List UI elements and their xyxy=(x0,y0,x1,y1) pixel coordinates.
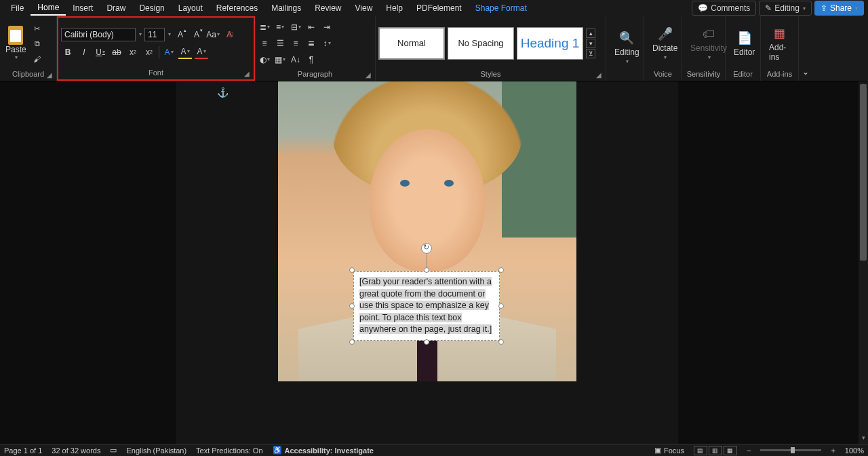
menu-layout[interactable]: Layout xyxy=(172,1,210,15)
highlight-button[interactable]: A▾ xyxy=(178,45,192,59)
menu-pdfelement[interactable]: PDFelement xyxy=(410,1,469,15)
ribbon: Paste▾ ✂ ⧉ 🖌 Clipboard ◢ ▾ ▾ A▴ A▾ Aa▾ xyxy=(0,16,868,81)
font-name-input[interactable] xyxy=(61,28,136,41)
font-launcher[interactable]: ◢ xyxy=(244,70,252,78)
style-no-spacing[interactable]: No Spacing xyxy=(448,27,514,60)
change-case-button[interactable]: Aa▾ xyxy=(206,28,220,41)
resize-handle-l[interactable] xyxy=(349,303,355,309)
menu-review[interactable]: Review xyxy=(308,1,348,15)
text-effects-button[interactable]: A▾ xyxy=(162,45,176,59)
resize-handle-tr[interactable] xyxy=(498,267,504,273)
borders-button[interactable]: ▦▾ xyxy=(273,53,287,66)
shrink-font-button[interactable]: A▾ xyxy=(190,28,203,41)
text-box-content[interactable]: [Grab your reader's attention with a gre… xyxy=(359,277,492,334)
page-indicator[interactable]: Page 1 of 1 xyxy=(4,446,42,455)
resize-handle-bl[interactable] xyxy=(349,339,355,345)
sensitivity-group: 🏷Sensitivity▾ Sensitivity xyxy=(682,16,726,81)
addins-button[interactable]: ▦Add-ins xyxy=(764,22,795,64)
rotate-handle[interactable] xyxy=(421,243,432,254)
font-color-button[interactable]: A▾ xyxy=(195,45,208,59)
word-count[interactable]: 32 of 32 words xyxy=(52,446,100,455)
text-box-selection[interactable]: [Grab your reader's attention with a gre… xyxy=(349,267,504,345)
menu-mailings[interactable]: Mailings xyxy=(264,1,308,15)
print-layout-button[interactable]: ▥ xyxy=(709,446,722,455)
menu-view[interactable]: View xyxy=(349,1,380,15)
styles-scroll-down[interactable]: ▾ xyxy=(586,39,595,48)
strikethrough-button[interactable]: ab xyxy=(110,45,123,59)
multilevel-button[interactable]: ⊟▾ xyxy=(289,20,302,34)
grow-font-button[interactable]: A▴ xyxy=(174,28,187,41)
paragraph-launcher[interactable]: ◢ xyxy=(366,71,374,79)
styles-scroll-up[interactable]: ▴ xyxy=(586,28,595,38)
scroll-down-icon[interactable]: ▾ xyxy=(859,434,868,444)
resize-handle-t[interactable] xyxy=(424,267,429,273)
align-left-button[interactable]: ≡ xyxy=(258,37,271,50)
language-indicator[interactable]: English (Pakistan) xyxy=(126,446,186,455)
styles-label: Styles xyxy=(378,69,603,79)
resize-handle-tl[interactable] xyxy=(349,267,355,273)
line-spacing-button[interactable]: ↕▾ xyxy=(320,37,334,50)
sort-button[interactable]: A↓ xyxy=(289,53,302,66)
text-box[interactable]: [Grab your reader's attention with a gre… xyxy=(353,271,500,341)
decrease-indent-button[interactable]: ⇤ xyxy=(304,20,318,34)
italic-button[interactable]: I xyxy=(77,45,91,59)
zoom-level[interactable]: 100% xyxy=(845,446,864,455)
collapse-ribbon-button[interactable]: ⌄ xyxy=(799,67,812,81)
copy-button[interactable]: ⧉ xyxy=(31,38,44,50)
read-mode-button[interactable]: ▤ xyxy=(694,446,707,455)
styles-expand[interactable]: ⊻ xyxy=(586,49,595,58)
resize-handle-r[interactable] xyxy=(498,303,504,309)
font-name-dropdown[interactable]: ▾ xyxy=(139,31,142,37)
resize-handle-b[interactable] xyxy=(424,339,429,345)
format-painter-button[interactable]: 🖌 xyxy=(31,53,44,65)
menu-file[interactable]: File xyxy=(4,1,31,15)
superscript-button[interactable]: x2 xyxy=(142,45,156,59)
zoom-slider[interactable] xyxy=(760,449,821,451)
share-button[interactable]: ⇪Share▾ xyxy=(814,1,864,16)
clipboard-launcher[interactable]: ◢ xyxy=(47,71,55,79)
menu-draw[interactable]: Draw xyxy=(100,1,132,15)
menu-home[interactable]: Home xyxy=(31,1,66,16)
text-predictions[interactable]: Text Predictions: On xyxy=(196,446,262,455)
accessibility-icon: ♿ xyxy=(273,446,282,455)
style-normal[interactable]: Normal xyxy=(378,27,445,60)
styles-launcher[interactable]: ◢ xyxy=(596,71,604,79)
dictate-button[interactable]: 🎤Dictate▾ xyxy=(647,23,683,63)
editing-button[interactable]: 🔍Editing▾ xyxy=(609,27,645,67)
menu-design[interactable]: Design xyxy=(132,1,171,15)
increase-indent-button[interactable]: ⇥ xyxy=(320,20,334,34)
subscript-button[interactable]: x2 xyxy=(126,45,140,59)
focus-mode-button[interactable]: ▣Focus xyxy=(654,446,684,455)
font-size-input[interactable] xyxy=(144,28,165,41)
menu-insert[interactable]: Insert xyxy=(66,1,100,15)
cut-button[interactable]: ✂ xyxy=(31,23,44,35)
clear-formatting-button[interactable]: A⃠ xyxy=(222,28,236,41)
accessibility-check[interactable]: ♿Accessibility: Investigate xyxy=(273,446,374,455)
zoom-out-button[interactable]: − xyxy=(747,446,751,455)
numbering-button[interactable]: ≡▾ xyxy=(273,20,287,34)
menu-references[interactable]: References xyxy=(210,1,264,15)
bold-button[interactable]: B xyxy=(61,45,75,59)
style-heading-1[interactable]: Heading 1 xyxy=(517,27,583,60)
comments-button[interactable]: 💬Comments xyxy=(692,1,756,16)
editing-mode-button[interactable]: ✎Editing▾ xyxy=(759,1,812,16)
align-right-button[interactable]: ≡ xyxy=(289,37,302,50)
web-layout-button[interactable]: ▦ xyxy=(724,446,737,455)
zoom-in-button[interactable]: + xyxy=(831,446,835,455)
editor-button[interactable]: 📄Editor xyxy=(728,27,760,60)
show-marks-button[interactable]: ¶ xyxy=(304,53,318,66)
underline-button[interactable]: U▾ xyxy=(94,45,107,59)
menu-help[interactable]: Help xyxy=(379,1,410,15)
spellcheck-icon[interactable]: ▭ xyxy=(110,446,117,455)
justify-button[interactable]: ≣ xyxy=(304,37,318,50)
vertical-scrollbar[interactable]: ▴ ▾ xyxy=(859,81,868,444)
paste-button[interactable]: Paste▾ xyxy=(3,24,29,62)
menu-shape-format[interactable]: Shape Format xyxy=(469,1,534,15)
align-center-button[interactable]: ☰ xyxy=(273,37,287,50)
shading-button[interactable]: ◐▾ xyxy=(258,53,271,66)
scroll-thumb[interactable] xyxy=(860,84,867,261)
font-size-dropdown[interactable]: ▾ xyxy=(168,31,171,37)
document-area[interactable]: ⚓ [Grab your reader's attention with a g… xyxy=(0,81,868,444)
bullets-button[interactable]: ≣▾ xyxy=(258,20,271,34)
resize-handle-br[interactable] xyxy=(498,339,504,345)
